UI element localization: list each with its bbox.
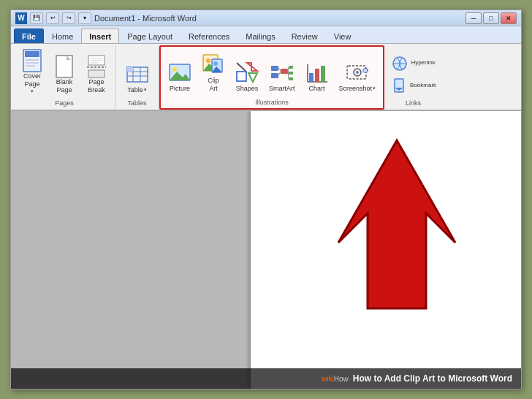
svg-marker-29 bbox=[247, 63, 257, 71]
tab-references[interactable]: References bbox=[180, 28, 238, 43]
table-label: Table bbox=[127, 86, 143, 94]
title-bar: W 💾 ↩ ↪ ▾ Document1 - Microsoft Word ─ □… bbox=[11, 10, 521, 26]
tab-mailings[interactable]: Mailings bbox=[238, 28, 283, 43]
page-break-button[interactable]: PageBreak bbox=[81, 53, 112, 96]
cover-page-chevron: ▾ bbox=[31, 88, 34, 94]
window-title: Document1 - Microsoft Word bbox=[94, 14, 197, 23]
tab-home[interactable]: Home bbox=[44, 28, 81, 43]
clip-art-button[interactable]: ClipArt bbox=[197, 50, 229, 96]
save-qat-button[interactable]: 💾 bbox=[30, 12, 43, 24]
title-bar-controls: ─ □ ✕ bbox=[466, 12, 517, 24]
picture-icon bbox=[168, 61, 191, 85]
cover-page-button[interactable]: CoverPage ▾ bbox=[17, 47, 48, 96]
minimize-button[interactable]: ─ bbox=[466, 12, 482, 24]
pages-group: CoverPage ▾ BlankPage bbox=[14, 45, 115, 110]
close-button[interactable]: ✕ bbox=[501, 12, 517, 24]
tables-group-items: Table ▾ bbox=[121, 47, 153, 98]
word-window: W 💾 ↩ ↪ ▾ Document1 - Microsoft Word ─ □… bbox=[10, 10, 522, 390]
tables-group: Table ▾ Tables bbox=[115, 45, 159, 110]
svg-point-23 bbox=[206, 58, 210, 63]
tab-view[interactable]: View bbox=[326, 28, 360, 43]
chart-button[interactable]: Chart bbox=[301, 58, 333, 96]
svg-point-26 bbox=[213, 61, 218, 66]
restore-button[interactable]: □ bbox=[483, 12, 499, 24]
hyperlink-button[interactable]: Hyperlink bbox=[387, 53, 439, 74]
tables-group-label: Tables bbox=[127, 98, 146, 108]
svg-rect-9 bbox=[88, 70, 104, 77]
svg-rect-28 bbox=[237, 72, 246, 81]
screenshot-button[interactable]: Screenshot ▾ bbox=[335, 58, 381, 96]
hyperlink-label: Hyperlink bbox=[411, 60, 435, 66]
svg-point-20 bbox=[172, 67, 177, 72]
svg-point-50 bbox=[356, 71, 359, 74]
cover-page-icon bbox=[20, 49, 44, 72]
svg-rect-5 bbox=[56, 56, 72, 77]
picture-label: Picture bbox=[170, 85, 190, 93]
svg-line-38 bbox=[278, 68, 281, 71]
svg-line-39 bbox=[278, 72, 281, 75]
shapes-icon bbox=[235, 61, 259, 85]
document-area: wikiHow How to Add Clip Art to Microsoft… bbox=[11, 111, 521, 389]
table-chevron: ▾ bbox=[144, 87, 147, 93]
undo-qat-button[interactable]: ↩ bbox=[46, 12, 59, 24]
customize-qat-button[interactable]: ▾ bbox=[78, 12, 91, 24]
illustrations-group-label: Illustrations bbox=[255, 97, 289, 107]
title-bar-left: W 💾 ↩ ↪ ▾ Document1 - Microsoft Word bbox=[15, 12, 463, 24]
blank-page-button[interactable]: BlankPage bbox=[49, 53, 80, 96]
red-arrow-cursor bbox=[324, 126, 484, 330]
bookmark-button[interactable]: Bookmark bbox=[387, 76, 439, 96]
table-button[interactable]: Table ▾ bbox=[121, 61, 153, 96]
wikihow-bar: wikiHow How to Add Clip Art to Microsoft… bbox=[11, 368, 521, 389]
tab-file[interactable]: File bbox=[14, 28, 44, 43]
blank-page-label: BlankPage bbox=[56, 78, 73, 94]
links-group: Hyperlink Bookmark bbox=[384, 45, 442, 110]
screenshot-icon bbox=[346, 61, 369, 85]
pages-group-label: Pages bbox=[55, 98, 74, 108]
wikihow-logo: wikiHow bbox=[322, 375, 349, 383]
bookmark-icon bbox=[390, 77, 408, 95]
svg-rect-34 bbox=[281, 69, 288, 74]
tab-insert[interactable]: Insert bbox=[81, 28, 119, 43]
svg-rect-36 bbox=[289, 72, 293, 75]
ribbon-tab-bar: File Home Insert Page Layout References … bbox=[11, 26, 521, 44]
svg-line-40 bbox=[288, 67, 289, 71]
smart-art-button[interactable]: SmartArt bbox=[265, 58, 300, 96]
chart-icon bbox=[305, 61, 329, 85]
wikihow-title: How to Add Clip Art to Microsoft Word bbox=[353, 373, 512, 384]
shapes-button[interactable]: Shapes bbox=[231, 58, 263, 96]
screenshot-label: Screenshot bbox=[339, 85, 373, 93]
page-break-icon bbox=[85, 55, 108, 78]
svg-marker-58 bbox=[338, 140, 455, 308]
smart-art-label: SmartArt bbox=[269, 85, 295, 93]
links-group-label: Links bbox=[406, 98, 421, 108]
ribbon: CoverPage ▾ BlankPage bbox=[11, 44, 521, 111]
smart-art-icon bbox=[270, 61, 294, 85]
chart-label: Chart bbox=[309, 85, 325, 93]
svg-rect-46 bbox=[315, 69, 319, 82]
illustrations-group-items: Picture ClipArt bbox=[164, 48, 380, 97]
cover-page-label: CoverPage bbox=[23, 72, 41, 88]
svg-marker-31 bbox=[248, 73, 257, 82]
page-break-label: PageBreak bbox=[88, 78, 105, 94]
svg-rect-37 bbox=[289, 77, 293, 80]
tab-page-layout[interactable]: Page Layout bbox=[119, 28, 180, 43]
bookmark-label: Bookmark bbox=[410, 83, 436, 89]
illustrations-group: Picture ClipArt bbox=[159, 45, 384, 110]
hyperlink-icon bbox=[391, 55, 408, 72]
svg-rect-47 bbox=[321, 66, 325, 82]
svg-rect-1 bbox=[25, 51, 39, 57]
blank-page-icon bbox=[53, 55, 76, 78]
shapes-label: Shapes bbox=[236, 85, 259, 93]
clip-art-label: ClipArt bbox=[208, 77, 219, 93]
table-icon bbox=[126, 63, 149, 86]
svg-rect-33 bbox=[271, 73, 278, 78]
picture-button[interactable]: Picture bbox=[164, 58, 196, 96]
clip-art-icon bbox=[202, 53, 225, 77]
svg-rect-32 bbox=[271, 66, 278, 71]
svg-rect-35 bbox=[289, 66, 293, 69]
word-icon: W bbox=[15, 12, 27, 24]
links-group-items: Hyperlink Bookmark bbox=[387, 47, 439, 98]
tab-review[interactable]: Review bbox=[284, 28, 326, 43]
pages-group-items: CoverPage ▾ BlankPage bbox=[17, 47, 112, 98]
redo-qat-button[interactable]: ↪ bbox=[62, 12, 75, 24]
